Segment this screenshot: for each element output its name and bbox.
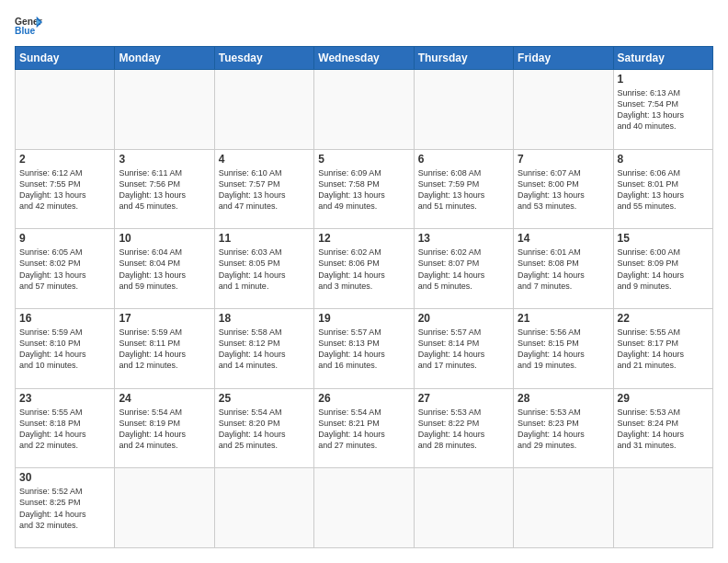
calendar-cell bbox=[514, 70, 613, 150]
calendar-cell: 4Sunrise: 6:10 AM Sunset: 7:57 PM Daylig… bbox=[214, 149, 313, 229]
calendar-cell: 2Sunrise: 6:12 AM Sunset: 7:55 PM Daylig… bbox=[16, 149, 115, 229]
day-info: Sunrise: 6:01 AM Sunset: 8:08 PM Dayligh… bbox=[518, 247, 609, 292]
day-number: 16 bbox=[19, 312, 110, 325]
day-info: Sunrise: 6:00 AM Sunset: 8:09 PM Dayligh… bbox=[618, 247, 709, 292]
day-number: 19 bbox=[318, 312, 409, 325]
calendar-cell bbox=[214, 70, 313, 150]
day-info: Sunrise: 5:54 AM Sunset: 8:19 PM Dayligh… bbox=[119, 407, 210, 452]
day-number: 10 bbox=[119, 232, 210, 245]
day-info: Sunrise: 6:12 AM Sunset: 7:55 PM Dayligh… bbox=[19, 167, 110, 213]
day-info: Sunrise: 6:13 AM Sunset: 7:54 PM Dayligh… bbox=[618, 87, 709, 132]
day-number: 15 bbox=[618, 232, 709, 245]
calendar-cell: 15Sunrise: 6:00 AM Sunset: 8:09 PM Dayli… bbox=[613, 229, 712, 309]
calendar-week-5: 23Sunrise: 5:55 AM Sunset: 8:18 PM Dayli… bbox=[16, 388, 713, 468]
calendar-cell: 29Sunrise: 5:53 AM Sunset: 8:24 PM Dayli… bbox=[613, 388, 712, 468]
day-info: Sunrise: 6:04 AM Sunset: 8:04 PM Dayligh… bbox=[119, 247, 210, 292]
day-info: Sunrise: 5:59 AM Sunset: 8:11 PM Dayligh… bbox=[119, 327, 210, 372]
day-info: Sunrise: 5:54 AM Sunset: 8:20 PM Dayligh… bbox=[219, 407, 310, 452]
day-info: Sunrise: 6:07 AM Sunset: 8:00 PM Dayligh… bbox=[518, 167, 609, 213]
calendar-cell: 3Sunrise: 6:11 AM Sunset: 7:56 PM Daylig… bbox=[115, 149, 214, 229]
day-info: Sunrise: 6:10 AM Sunset: 7:57 PM Dayligh… bbox=[219, 167, 310, 213]
calendar-cell: 12Sunrise: 6:02 AM Sunset: 8:06 PM Dayli… bbox=[314, 229, 414, 309]
calendar-cell: 13Sunrise: 6:02 AM Sunset: 8:07 PM Dayli… bbox=[414, 229, 513, 309]
day-info: Sunrise: 6:05 AM Sunset: 8:02 PM Dayligh… bbox=[19, 247, 110, 292]
day-number: 18 bbox=[219, 312, 310, 325]
calendar-cell: 30Sunrise: 5:52 AM Sunset: 8:25 PM Dayli… bbox=[16, 468, 115, 548]
day-info: Sunrise: 5:55 AM Sunset: 8:18 PM Dayligh… bbox=[19, 407, 110, 452]
day-number: 20 bbox=[418, 312, 509, 325]
day-info: Sunrise: 5:56 AM Sunset: 8:15 PM Dayligh… bbox=[518, 327, 609, 372]
calendar-cell: 21Sunrise: 5:56 AM Sunset: 8:15 PM Dayli… bbox=[514, 308, 613, 388]
day-info: Sunrise: 6:08 AM Sunset: 7:59 PM Dayligh… bbox=[418, 167, 509, 213]
svg-text:Blue: Blue bbox=[15, 26, 36, 36]
calendar-cell bbox=[115, 468, 214, 548]
calendar-week-4: 16Sunrise: 5:59 AM Sunset: 8:10 PM Dayli… bbox=[16, 308, 713, 388]
day-info: Sunrise: 6:02 AM Sunset: 8:06 PM Dayligh… bbox=[318, 247, 409, 292]
day-info: Sunrise: 6:06 AM Sunset: 8:01 PM Dayligh… bbox=[618, 167, 709, 213]
day-info: Sunrise: 5:53 AM Sunset: 8:24 PM Dayligh… bbox=[618, 407, 709, 452]
header: General Blue bbox=[15, 15, 713, 37]
calendar-cell: 17Sunrise: 5:59 AM Sunset: 8:11 PM Dayli… bbox=[115, 308, 214, 388]
day-info: Sunrise: 5:53 AM Sunset: 8:23 PM Dayligh… bbox=[518, 407, 609, 452]
day-number: 30 bbox=[19, 471, 110, 484]
day-number: 28 bbox=[518, 392, 609, 405]
calendar-cell: 10Sunrise: 6:04 AM Sunset: 8:04 PM Dayli… bbox=[115, 229, 214, 309]
calendar-cell: 9Sunrise: 6:05 AM Sunset: 8:02 PM Daylig… bbox=[16, 229, 115, 309]
calendar-cell: 25Sunrise: 5:54 AM Sunset: 8:20 PM Dayli… bbox=[214, 388, 313, 468]
day-info: Sunrise: 6:03 AM Sunset: 8:05 PM Dayligh… bbox=[219, 247, 310, 292]
calendar-cell: 11Sunrise: 6:03 AM Sunset: 8:05 PM Dayli… bbox=[214, 229, 313, 309]
weekday-header-saturday: Saturday bbox=[613, 47, 712, 70]
calendar-cell bbox=[314, 70, 414, 150]
calendar-cell: 27Sunrise: 5:53 AM Sunset: 8:22 PM Dayli… bbox=[414, 388, 513, 468]
day-number: 5 bbox=[318, 153, 409, 166]
weekday-header-thursday: Thursday bbox=[414, 47, 513, 70]
day-number: 14 bbox=[518, 232, 609, 245]
logo-icon: General Blue bbox=[15, 15, 42, 37]
calendar-week-1: 1Sunrise: 6:13 AM Sunset: 7:54 PM Daylig… bbox=[16, 70, 713, 150]
day-number: 22 bbox=[618, 312, 709, 325]
calendar-cell: 5Sunrise: 6:09 AM Sunset: 7:58 PM Daylig… bbox=[314, 149, 414, 229]
logo: General Blue bbox=[15, 15, 46, 37]
day-number: 11 bbox=[219, 232, 310, 245]
calendar-cell bbox=[514, 468, 613, 548]
day-number: 6 bbox=[418, 153, 509, 166]
day-number: 3 bbox=[119, 153, 210, 166]
calendar-cell: 26Sunrise: 5:54 AM Sunset: 8:21 PM Dayli… bbox=[314, 388, 414, 468]
calendar-cell bbox=[214, 468, 313, 548]
calendar-cell: 19Sunrise: 5:57 AM Sunset: 8:13 PM Dayli… bbox=[314, 308, 414, 388]
calendar-cell bbox=[613, 468, 712, 548]
calendar-cell bbox=[414, 468, 513, 548]
calendar-cell: 8Sunrise: 6:06 AM Sunset: 8:01 PM Daylig… bbox=[613, 149, 712, 229]
calendar-week-2: 2Sunrise: 6:12 AM Sunset: 7:55 PM Daylig… bbox=[16, 149, 713, 229]
day-number: 25 bbox=[219, 392, 310, 405]
calendar-cell: 20Sunrise: 5:57 AM Sunset: 8:14 PM Dayli… bbox=[414, 308, 513, 388]
weekday-header-sunday: Sunday bbox=[16, 47, 115, 70]
day-number: 17 bbox=[119, 312, 210, 325]
day-info: Sunrise: 5:59 AM Sunset: 8:10 PM Dayligh… bbox=[19, 327, 110, 372]
calendar-week-6: 30Sunrise: 5:52 AM Sunset: 8:25 PM Dayli… bbox=[16, 468, 713, 548]
day-info: Sunrise: 5:53 AM Sunset: 8:22 PM Dayligh… bbox=[418, 407, 509, 452]
weekday-header-monday: Monday bbox=[115, 47, 214, 70]
page: General Blue SundayMondayTuesdayWednesda… bbox=[0, 0, 728, 563]
day-number: 8 bbox=[618, 153, 709, 166]
calendar-cell: 18Sunrise: 5:58 AM Sunset: 8:12 PM Dayli… bbox=[214, 308, 313, 388]
calendar-cell: 24Sunrise: 5:54 AM Sunset: 8:19 PM Dayli… bbox=[115, 388, 214, 468]
day-number: 1 bbox=[618, 73, 709, 86]
calendar-cell: 16Sunrise: 5:59 AM Sunset: 8:10 PM Dayli… bbox=[16, 308, 115, 388]
weekday-header-tuesday: Tuesday bbox=[214, 47, 313, 70]
day-number: 2 bbox=[19, 153, 110, 166]
calendar-cell: 28Sunrise: 5:53 AM Sunset: 8:23 PM Dayli… bbox=[514, 388, 613, 468]
day-info: Sunrise: 5:52 AM Sunset: 8:25 PM Dayligh… bbox=[19, 486, 110, 531]
day-info: Sunrise: 6:09 AM Sunset: 7:58 PM Dayligh… bbox=[318, 167, 409, 213]
day-number: 9 bbox=[19, 232, 110, 245]
calendar-week-3: 9Sunrise: 6:05 AM Sunset: 8:02 PM Daylig… bbox=[16, 229, 713, 309]
calendar-cell bbox=[314, 468, 414, 548]
weekday-header-wednesday: Wednesday bbox=[314, 47, 414, 70]
calendar-cell: 7Sunrise: 6:07 AM Sunset: 8:00 PM Daylig… bbox=[514, 149, 613, 229]
calendar-cell: 1Sunrise: 6:13 AM Sunset: 7:54 PM Daylig… bbox=[613, 70, 712, 150]
day-number: 12 bbox=[318, 232, 409, 245]
day-info: Sunrise: 5:55 AM Sunset: 8:17 PM Dayligh… bbox=[618, 327, 709, 372]
weekday-header-row: SundayMondayTuesdayWednesdayThursdayFrid… bbox=[16, 47, 713, 70]
day-info: Sunrise: 5:57 AM Sunset: 8:14 PM Dayligh… bbox=[418, 327, 509, 372]
day-info: Sunrise: 6:02 AM Sunset: 8:07 PM Dayligh… bbox=[418, 247, 509, 292]
